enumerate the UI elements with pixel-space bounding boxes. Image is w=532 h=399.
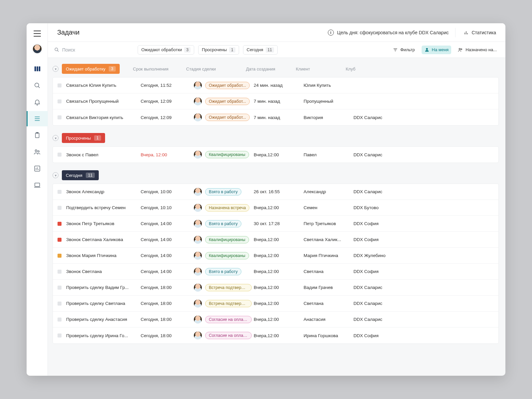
table-row[interactable]: Проверить сделку СветланаСегодня, 18:00В… <box>53 296 498 312</box>
stage-pill[interactable]: Квалифицированы <box>205 236 249 243</box>
sidebar-item-people[interactable] <box>27 144 48 160</box>
table-row[interactable]: Проверить сделку АнастасияСегодня, 18:00… <box>53 312 498 328</box>
assignee-avatar[interactable] <box>194 113 202 121</box>
assignee-avatar[interactable] <box>194 316 202 324</box>
stage-pill[interactable]: Ожидает обработ... <box>205 98 250 105</box>
sidebar-item-reports[interactable] <box>27 161 48 176</box>
table-row[interactable]: Звонок Светлана ХаликоваСегодня, 14:00Кв… <box>53 232 498 248</box>
stage-cell: Ожидает обработ... <box>194 81 254 89</box>
svg-point-10 <box>35 150 37 152</box>
created-date: Вчера,12:00 <box>254 301 304 306</box>
assignee-avatar[interactable] <box>194 236 202 244</box>
content: ▾ Ожидает обработку 3 Срок выполнения Ст… <box>48 58 505 376</box>
search-input-wrap[interactable] <box>54 47 134 53</box>
stage-pill[interactable]: Назначена встреча <box>205 204 249 211</box>
sidebar-item-laptop[interactable] <box>27 178 48 193</box>
assignee-avatar[interactable] <box>194 188 202 196</box>
stage-pill[interactable]: Согласие на оплату... <box>205 316 252 323</box>
task-title: Связаться Юлия Купить <box>66 83 141 88</box>
hamburger-menu-icon[interactable] <box>34 31 41 37</box>
svg-rect-8 <box>35 133 39 138</box>
stats-button[interactable]: Статистика <box>462 28 497 37</box>
client-name: Виктория <box>304 115 353 120</box>
sidebar-item-board[interactable] <box>27 61 48 76</box>
assignee-avatar[interactable] <box>194 268 202 276</box>
stage-cell: Ожидает обработ... <box>194 113 254 121</box>
stage-cell: Назначена встреча <box>194 204 254 212</box>
sidebar-item-clipboard[interactable] <box>27 128 48 143</box>
filter-button[interactable]: Фильтр <box>390 46 418 54</box>
club-name: DDX Саларис <box>353 301 498 306</box>
collapse-toggle[interactable]: ▾ <box>53 135 59 141</box>
created-date: 30 окт. 17:28 <box>254 221 304 226</box>
assignee-avatar[interactable] <box>194 151 202 159</box>
assigned-to-button[interactable]: Назначено на... <box>455 46 499 54</box>
sidebar-item-notifications[interactable] <box>27 94 48 110</box>
assignee-avatar[interactable] <box>194 300 202 308</box>
assignee-avatar[interactable] <box>194 220 202 228</box>
assignee-avatar[interactable] <box>194 284 202 292</box>
sidebar-item-tasks[interactable] <box>27 111 48 126</box>
table-row[interactable]: Связаться Юлия КупитьСегодня, 11:52Ожида… <box>53 77 498 93</box>
stage-pill[interactable]: Встреча подтвержд... <box>205 300 252 307</box>
svg-point-27 <box>459 48 461 50</box>
filter-chip-pending[interactable]: Ожидают обработки 3 <box>138 45 194 55</box>
assignee-avatar[interactable] <box>194 204 202 212</box>
priority-square-icon <box>58 333 62 337</box>
table-row[interactable]: Звонок Петр ТретьяковСегодня, 14:00Взято… <box>53 216 498 232</box>
collapse-toggle[interactable]: ▾ <box>53 172 59 178</box>
group-badge[interactable]: Ожидает обработку 3 <box>62 64 120 74</box>
collapse-toggle[interactable]: ▾ <box>53 66 59 72</box>
filter-chip-today[interactable]: Сегодня 11 <box>243 45 278 55</box>
club-name: DDX София <box>353 269 498 274</box>
priority-square-icon <box>58 222 62 226</box>
table-row[interactable]: Звонок Мария ПтичкинаСегодня, 14:00Квали… <box>53 248 498 264</box>
created-date: Вчера,12:00 <box>254 253 304 258</box>
user-avatar[interactable] <box>32 44 42 54</box>
search-icon <box>54 47 60 53</box>
stage-pill[interactable]: Квалифицированы <box>205 151 249 158</box>
sidebar-item-search[interactable] <box>27 78 48 93</box>
table-row[interactable]: Звонок АлександрСегодня, 10:00Взято в ра… <box>53 184 498 200</box>
assignee-avatar[interactable] <box>194 97 202 105</box>
stage-pill[interactable]: Согласие на оплату... <box>205 332 252 339</box>
due-date: Сегодня, 14:00 <box>141 221 194 226</box>
rows-container: Звонок АлександрСегодня, 10:00Взято в ра… <box>53 184 499 344</box>
client-name: Анастасия <box>304 317 353 322</box>
group-badge[interactable]: Просрочены 1 <box>62 133 105 143</box>
chip-count: 11 <box>266 47 274 53</box>
stage-pill[interactable]: Встреча подтвержд... <box>205 284 252 291</box>
group-badge[interactable]: Сегодня 11 <box>62 170 99 180</box>
search-input[interactable] <box>62 47 122 53</box>
client-name: Семен <box>304 205 353 210</box>
stage-cell: Квалифицированы <box>194 252 254 260</box>
group-label: Ожидает обработку <box>66 66 105 71</box>
stage-pill[interactable]: Взято в работу <box>205 268 241 275</box>
task-title: Звонок Светлана Халикова <box>66 237 141 242</box>
created-date: Вчера,12:00 <box>254 269 304 274</box>
created-date: Вчера,12:00 <box>254 152 304 157</box>
table-row[interactable]: Подтвердить встречу СеменСегодня, 10:10Н… <box>53 200 498 216</box>
stage-pill[interactable]: Ожидает обработ... <box>205 82 250 89</box>
stage-pill[interactable]: Взято в работу <box>205 188 241 196</box>
table-row[interactable]: Связаться Виктория купитьСегодня, 12:09О… <box>53 109 498 125</box>
table-row[interactable]: Звонок с ПавелВчера, 12:00Квалифицирован… <box>53 147 498 163</box>
assigned-to-me-button[interactable]: На меня <box>422 46 452 54</box>
stage-pill[interactable]: Ожидает обработ... <box>205 114 250 121</box>
table-row[interactable]: Проверить сделку Ирина Го...Сегодня, 18:… <box>53 328 498 343</box>
stage-pill[interactable]: Взято в работу <box>205 220 241 227</box>
table-row[interactable]: Связаться ПропущенныйСегодня, 12:09Ожида… <box>53 93 498 109</box>
table-row[interactable]: Проверить сделку Вадим Гр...Сегодня, 18:… <box>53 280 498 296</box>
stage-pill[interactable]: Квалифицированы <box>205 252 249 259</box>
client-name: Светлана Халик... <box>304 237 353 242</box>
client-name: Пропущенный <box>304 99 353 104</box>
assignee-avatar[interactable] <box>194 252 202 260</box>
assignee-avatar[interactable] <box>194 332 202 339</box>
filter-chip-overdue[interactable]: Просрочены 1 <box>198 45 239 55</box>
stage-cell: Квалифицированы <box>194 151 254 159</box>
stage-cell: Взято в работу <box>194 268 254 276</box>
col-created: Дата создания <box>246 66 296 71</box>
task-group-today: ▾ Сегодня 11 Звонок АлександрСегодня, 10… <box>53 170 499 344</box>
table-row[interactable]: Звонок СветланаСегодня, 14:00Взято в раб… <box>53 264 498 280</box>
assignee-avatar[interactable] <box>194 81 202 89</box>
